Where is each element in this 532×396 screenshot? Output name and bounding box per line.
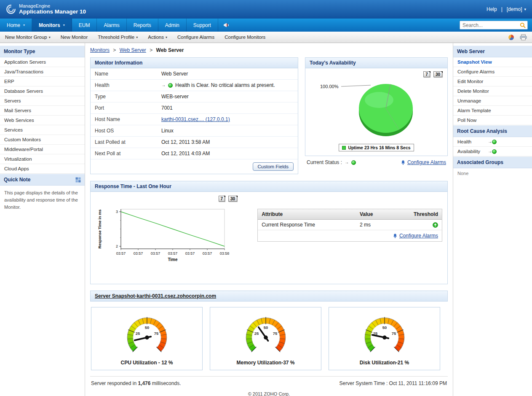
response-time-chart-column: 7 30 2303:5703:5703:5703:5703:5703:5703:… <box>96 193 241 280</box>
pie-chart-icon[interactable] <box>508 34 515 40</box>
user-menu[interactable]: [demo] ▾ <box>507 6 526 12</box>
actions-menu[interactable]: Actions ▾ <box>148 35 167 40</box>
table-row: Port 7001 <box>91 102 298 114</box>
configure-monitors-toolbar-button[interactable]: Configure Monitors <box>225 35 265 40</box>
tab-alarms[interactable]: Alarms <box>97 19 126 32</box>
last-7-days-button[interactable]: 7 <box>423 71 430 77</box>
action-configure-alarms[interactable]: Configure Alarms <box>453 67 532 77</box>
configure-alarms-link[interactable]: Configure Alarms <box>399 233 438 239</box>
tab-home[interactable]: Home ▾ <box>0 19 32 32</box>
health-clear-icon[interactable] <box>492 140 497 144</box>
action-alarm-template[interactable]: Alarm Template <box>453 106 532 116</box>
configure-alarms-link[interactable]: Configure Alarms <box>407 159 446 165</box>
availability-up-icon[interactable] <box>492 149 497 154</box>
server-snapshot-title-link[interactable]: Server Snapshot-karthi-0031.csez.zohocor… <box>95 293 216 299</box>
availability-period-buttons: 7 30 <box>305 68 447 77</box>
table-row: Host OS Linux <box>91 125 298 137</box>
last-7-days-button[interactable]: 7 <box>219 196 225 202</box>
print-icon[interactable] <box>520 34 527 40</box>
value-cell: 2 ms <box>356 220 406 230</box>
sidebar-item-erp[interactable]: ERP <box>0 77 85 86</box>
threshold-status-icon[interactable] <box>433 222 438 228</box>
availability-status-row: Current Status : → Configure Alarms <box>305 156 448 165</box>
threshold-cell <box>406 220 442 230</box>
breadcrumb-webserver-link[interactable]: Web Server <box>120 47 146 53</box>
quick-note-text: This page displays the details of the av… <box>0 186 85 215</box>
last-30-days-button[interactable]: 30 <box>228 196 237 202</box>
svg-text:25: 25 <box>135 331 140 336</box>
table-row: Host Name karthi-0031.csez.... (127.0.0.… <box>91 114 298 125</box>
search-input[interactable] <box>462 22 520 28</box>
row-value: Linux <box>161 128 174 134</box>
webserver-panel-title: Web Server <box>457 48 485 54</box>
tab-admin-label: Admin <box>165 22 179 28</box>
attribute-table-header: Attribute Value Threshold <box>258 209 442 220</box>
tab-monitors-label: Monitors <box>39 22 60 28</box>
toolbar-right-icons <box>508 34 527 40</box>
svg-text:03:57: 03:57 <box>168 251 178 256</box>
tab-monitors[interactable]: Monitors ▾ <box>32 19 72 32</box>
availability-pie-chart: 100.00% <box>305 77 447 144</box>
threshold-profile-label: Threshold Profile <box>98 35 134 40</box>
tab-eum[interactable]: EUM <box>72 19 97 32</box>
cpu-gauge-card: 255075 CPU Utilization - 12 % <box>91 307 203 370</box>
tab-support[interactable]: Support <box>187 19 218 32</box>
sidebar-item-application-servers[interactable]: Application Servers <box>0 57 85 67</box>
breadcrumb-monitors-link[interactable]: Monitors <box>90 47 110 53</box>
search-icon[interactable] <box>520 22 526 28</box>
new-monitor-group-menu[interactable]: New Monitor Group ▾ <box>5 35 51 40</box>
sidebar-item-services[interactable]: Services <box>0 125 85 135</box>
row-label: Port <box>91 102 157 113</box>
svg-text:50: 50 <box>144 325 149 330</box>
tab-reports[interactable]: Reports <box>127 19 158 32</box>
breadcrumb-separator: > <box>111 47 118 53</box>
custom-fields-button[interactable]: Custom Fields <box>253 162 294 171</box>
responded-prefix: Server responded in <box>91 380 138 386</box>
associated-groups-title: Associated Groups <box>457 159 503 165</box>
pie-chart: 100.00% <box>309 77 444 144</box>
breadcrumb-separator: > <box>147 47 155 53</box>
configure-monitors-toolbar-label: Configure Monitors <box>225 35 265 40</box>
response-time-panel: Response Time - Last One Hour 7 30 2303:… <box>90 181 448 284</box>
svg-text:03:58: 03:58 <box>220 251 230 256</box>
sidebar-item-mail-servers[interactable]: Mail Servers <box>0 106 85 116</box>
sidebar-item-java-transactions[interactable]: Java/Transactions <box>0 67 85 77</box>
server-snapshot-header: Server Snapshot-karthi-0031.csez.zohocor… <box>90 291 448 302</box>
availability-title: Today's Availability <box>305 58 447 68</box>
tab-reports-label: Reports <box>134 22 151 28</box>
action-delete-monitor[interactable]: Delete Monitor <box>453 86 532 96</box>
sidebar-item-servers[interactable]: Servers <box>0 96 85 106</box>
tab-admin[interactable]: Admin <box>158 19 187 32</box>
megaphone-icon[interactable] <box>218 19 235 32</box>
sidebar-item-cloud-apps[interactable]: Cloud Apps <box>0 164 85 174</box>
sidebar-item-virtualization[interactable]: Virtualization <box>0 154 85 164</box>
top-header: ManageEngine Applications Manager 10 Hel… <box>0 0 532 19</box>
action-snapshot-view[interactable]: Snapshot View <box>453 57 532 67</box>
threshold-profile-menu[interactable]: Threshold Profile ▾ <box>98 35 138 40</box>
brand-logo[interactable]: ManageEngine Applications Manager 10 <box>6 3 86 15</box>
action-unmanage[interactable]: Unmanage <box>453 96 532 106</box>
sidebar-item-database-servers[interactable]: Database Servers <box>0 86 85 96</box>
sidebar-item-middleware-portal[interactable]: Middleware/Portal <box>0 145 85 154</box>
arrow-icon: → <box>345 160 349 164</box>
new-monitor-button[interactable]: New Monitor <box>61 35 88 40</box>
action-poll-now[interactable]: Poll Now <box>453 116 532 125</box>
sidebar-item-custom-monitors[interactable]: Custom Monitors <box>0 135 85 145</box>
table-row: Next Poll at Oct 12, 2011 4:03 AM <box>91 148 298 159</box>
help-link[interactable]: Help <box>487 6 497 12</box>
notes-grid-icon[interactable] <box>75 177 81 183</box>
sidebar-item-web-services[interactable]: Web Services <box>0 116 85 125</box>
configure-alarms-toolbar-button[interactable]: Configure Alarms <box>177 35 214 40</box>
action-edit-monitor[interactable]: Edit Monitor <box>453 77 532 86</box>
arrow-icon: → <box>488 149 492 154</box>
responded-suffix: milliseconds. <box>150 380 181 386</box>
configure-alarms-icon <box>393 233 398 238</box>
memory-gauge-label: Memory Utilization-37 % <box>236 360 294 366</box>
monitor-type-header: Monitor Type <box>0 46 85 57</box>
pie-percentage-label: 100.00% <box>320 84 339 89</box>
host-name-link[interactable]: karthi-0031.csez.... (127.0.0.1) <box>161 116 230 122</box>
monitor-info-footer: Custom Fields <box>91 159 298 174</box>
table-row: Last Polled at Oct 12, 2011 3:58 AM <box>91 137 298 148</box>
last-30-days-button[interactable]: 30 <box>433 71 442 77</box>
cpu-gauge-label: CPU Utilization - 12 % <box>120 360 173 366</box>
